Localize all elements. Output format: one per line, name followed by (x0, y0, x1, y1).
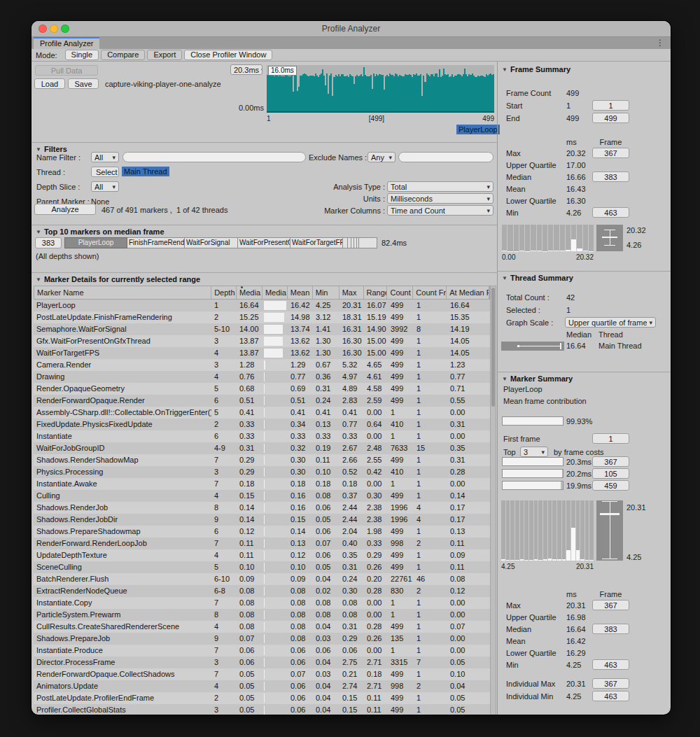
table-scrollbar[interactable] (490, 286, 496, 715)
marker-columns-dropdown[interactable]: Time and Count▾ (387, 205, 493, 216)
marker-row[interactable]: Drawing40.760.770.364.974.6149910.77 (34, 371, 490, 383)
top10-segment[interactable] (359, 237, 377, 248)
marker-row[interactable]: Shadows.RenderShadowMap70.290.300.112.66… (34, 454, 490, 466)
marker-row[interactable]: Director.ProcessFrame30.060.060.042.752.… (34, 657, 490, 668)
top10-header[interactable]: ▼Top 10 markers on median frame (36, 227, 164, 236)
tab-profile-analyzer[interactable]: Profile Analyzer (34, 37, 99, 49)
goto-frame-button[interactable]: 383 (592, 171, 629, 182)
frame-summary-header[interactable]: ▼Frame Summary (502, 65, 570, 73)
top10-segment-WaitForTargetFPS[interactable]: WaitForTargetFPS (290, 237, 343, 248)
frame-time-graph[interactable] (267, 65, 494, 113)
column-header-marker-name[interactable]: Marker Name (34, 286, 211, 299)
marker-row[interactable]: Camera.Render31.281.290.675.324.6549911.… (34, 359, 490, 371)
top-n-dropdown[interactable]: 3▾ (520, 447, 548, 457)
load-button[interactable]: Load (34, 78, 65, 89)
top10-segment[interactable] (343, 237, 348, 248)
goto-frame-button[interactable]: 463 (592, 207, 629, 218)
top10-segment-WaitForSignal[interactable]: WaitForSignal (185, 237, 238, 248)
marker-row[interactable]: FixedUpdate.PhysicsFixedUpdate20.330.340… (34, 419, 490, 430)
top10-segment-WaitForPresentOnG[interactable]: WaitForPresentOnG (238, 237, 290, 248)
top10-segment-PlayerLoop[interactable]: PlayerLoop (64, 237, 127, 248)
marker-row[interactable]: Shadows.PrepareShadowmap60.120.140.062.0… (34, 526, 490, 538)
marker-time-histogram[interactable] (501, 500, 594, 561)
thread-summary-header[interactable]: ▼Thread Summary (502, 274, 573, 282)
marker-row[interactable]: ParticleSystem.Prewarm80.080.080.080.080… (34, 609, 490, 621)
goto-frame-button[interactable]: 459 (592, 480, 629, 491)
column-header-depth[interactable]: Depth (211, 286, 237, 299)
marker-row[interactable]: Instantiate60.330.330.330.330.00110.00 (34, 430, 490, 442)
goto-frame-button[interactable]: 367 (592, 456, 629, 467)
marker-row[interactable]: RenderForwardOpaque.CollectShadows70.050… (34, 668, 490, 680)
marker-row[interactable]: Assembly-CSharp.dll!::Collectable.OnTrig… (34, 407, 490, 419)
start-frame-button[interactable]: 1 (592, 100, 629, 111)
column-header-at-median-f[interactable]: At Median F (447, 286, 489, 299)
close-profiler-window-button[interactable]: Close Profiler Window (184, 50, 272, 60)
marker-row[interactable]: Gfx.WaitForPresentOnGfxThread313.8713.62… (34, 335, 490, 347)
marker-row[interactable]: Shadows.PrepareJob90.070.080.030.290.261… (34, 633, 490, 645)
marker-row[interactable]: Profiler.CollectGlobalStats30.050.060.04… (34, 704, 490, 715)
column-header-range[interactable]: Range (364, 286, 388, 299)
mode-export-button[interactable]: Export (147, 50, 182, 60)
top10-segment-FinishFrameRenderin[interactable]: FinishFrameRenderin (127, 237, 185, 248)
marker-row[interactable]: RenderForwardOpaque.Render60.510.510.242… (34, 395, 490, 407)
thread-select-button[interactable]: Select (91, 167, 119, 177)
marker-row[interactable]: RenderForward.RenderLoopJob70.110.130.07… (34, 538, 490, 549)
marker-row[interactable]: BatchRenderer.Flush6-100.090.090.040.240… (34, 573, 490, 585)
frame-boxplot[interactable] (596, 225, 623, 251)
table-header-row[interactable]: Marker NameDepthMediaMediaMeanMinMaxRang… (34, 286, 490, 300)
marker-row[interactable]: Animators.Update40.050.060.042.742.71998… (34, 680, 490, 692)
end-frame-button[interactable]: 499 (592, 113, 629, 123)
analysis-type-dropdown[interactable]: Total▾ (387, 181, 493, 192)
marker-row[interactable]: Semaphore.WaitForSignal5-1014.0013.741.4… (34, 323, 490, 335)
marker-row[interactable]: Render.OpaqueGeometry50.680.690.314.894.… (34, 383, 490, 395)
marker-row[interactable]: Shadows.RenderJob80.140.160.062.442.3819… (34, 502, 490, 514)
marker-details-header[interactable]: ▼Marker Details for currently selected r… (36, 275, 200, 283)
goto-frame-button[interactable]: 367 (592, 148, 629, 158)
pull-data-button[interactable]: Pull Data (35, 65, 98, 76)
top10-bar[interactable]: PlayerLoopFinishFrameRenderinWaitForSign… (64, 237, 407, 248)
graph-scale-dropdown[interactable]: 20.3ms▾ (230, 64, 262, 75)
column-header-max[interactable]: Max (340, 286, 364, 299)
goto-frame-button[interactable]: 367 (592, 678, 629, 689)
column-header-media[interactable]: Media (262, 286, 288, 299)
first-frame-button[interactable]: 1 (592, 433, 629, 444)
mode-compare-button[interactable]: Compare (101, 50, 145, 60)
analyze-button[interactable]: Analyze (34, 204, 96, 215)
marker-boxplot[interactable] (596, 500, 623, 561)
graph-scale-mode-dropdown[interactable]: Upper quartile of frame ti▾ (565, 317, 656, 328)
units-dropdown[interactable]: Milliseconds▾ (387, 193, 493, 204)
marker-row[interactable]: SceneCulling50.100.100.050.310.2649910.1… (34, 561, 490, 573)
name-filter-mode-dropdown[interactable]: All▾ (91, 152, 119, 162)
marker-row[interactable]: Culling40.150.160.080.370.3049910.14 (34, 490, 490, 502)
marker-row[interactable]: PlayerLoop116.6416.424.2520.3116.0749911… (34, 300, 490, 311)
marker-row[interactable]: PostLateUpdate.ProfilerEndFrame20.050.06… (34, 692, 490, 704)
marker-row[interactable]: Shadows.RenderJobDir90.140.150.052.442.3… (34, 514, 490, 526)
column-header-mean[interactable]: Mean (288, 286, 313, 299)
title-bar[interactable]: Profile Analyzer (31, 21, 671, 37)
goto-frame-button[interactable]: 463 (592, 659, 629, 670)
column-header-min[interactable]: Min (313, 286, 340, 299)
goto-frame-button[interactable]: 383 (592, 624, 629, 634)
marker-row[interactable]: ExtractRenderNodeQueue6-80.080.080.020.3… (34, 585, 490, 597)
column-header-media[interactable]: Media (237, 286, 262, 299)
marker-row[interactable]: UpdateDepthTexture40.110.120.060.350.294… (34, 549, 490, 561)
goto-frame-button[interactable]: 367 (592, 600, 629, 610)
marker-row[interactable]: Physics.Processing30.290.300.100.520.424… (34, 466, 490, 478)
marker-row[interactable]: Instantiate.Produce70.060.060.060.060.00… (34, 645, 490, 657)
marker-row[interactable]: Instantiate.Awake70.180.180.180.180.0011… (34, 478, 490, 490)
column-header-count[interactable]: Count (387, 286, 413, 299)
marker-row[interactable]: CullResults.CreateSharedRendererScene40.… (34, 621, 490, 633)
exclude-mode-dropdown[interactable]: Any▾ (368, 152, 396, 162)
selected-marker-chip[interactable]: PlayerLoop (456, 125, 500, 134)
top10-frame-button[interactable]: 383 (35, 237, 62, 248)
goto-frame-button[interactable]: 463 (592, 691, 629, 701)
marker-row[interactable]: PostLateUpdate.FinishFrameRendering215.2… (34, 311, 490, 323)
marker-row[interactable]: WaitForJobGroupID4-90.310.320.192.672.48… (34, 442, 490, 454)
scrollbar-thumb[interactable] (491, 288, 495, 407)
mode-single-button[interactable]: Single (65, 50, 99, 60)
marker-summary-header[interactable]: ▼Marker Summary (502, 374, 573, 383)
exclude-names-input[interactable] (398, 152, 493, 162)
name-filter-input[interactable] (122, 152, 306, 162)
save-button[interactable]: Save (68, 78, 99, 89)
marker-row[interactable]: Instantiate.Copy70.080.080.080.080.00110… (34, 597, 490, 609)
